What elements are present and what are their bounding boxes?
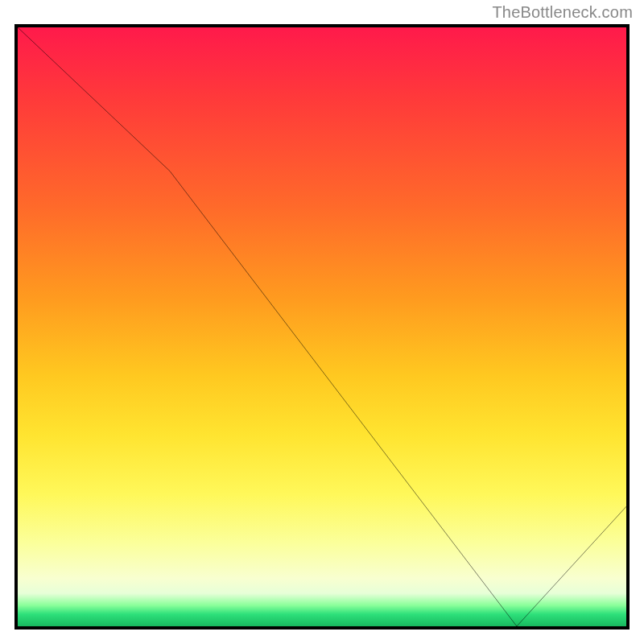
bottleneck-curve — [18, 27, 626, 626]
chart-stage: TheBottleneck.com — [0, 0, 644, 644]
plot-frame — [14, 24, 630, 630]
watermark-text: TheBottleneck.com — [492, 3, 633, 22]
